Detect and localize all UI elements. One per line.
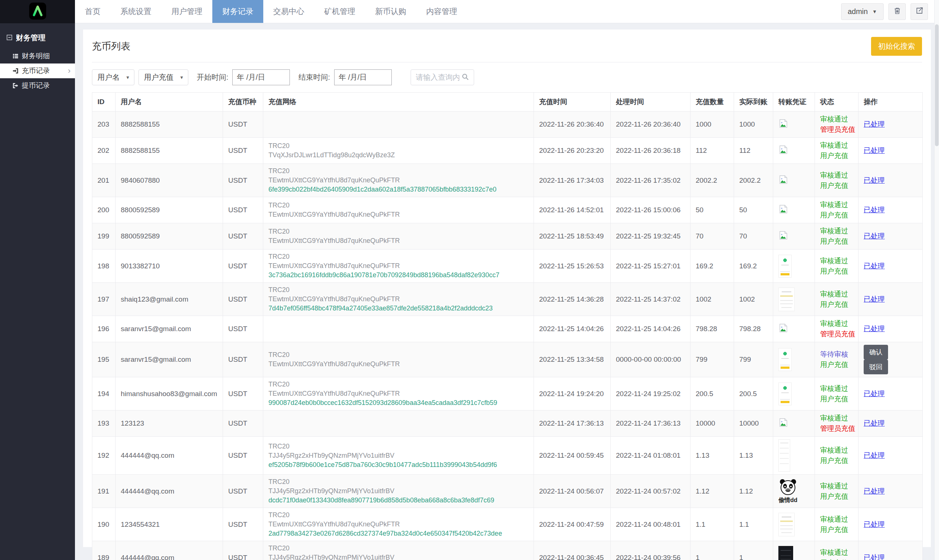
processed-link[interactable]: 已处理 <box>864 206 885 214</box>
cell-coin: USDT <box>223 138 263 164</box>
nav-item-用户管理[interactable]: 用户管理 <box>162 0 212 23</box>
source-text: 用户充值 <box>820 236 853 246</box>
processed-link[interactable]: 已处理 <box>864 419 885 427</box>
nav-item-内容管理[interactable]: 内容管理 <box>416 0 467 23</box>
processed-link[interactable]: 已处理 <box>864 146 885 154</box>
voucher-thumbnail[interactable] <box>778 546 793 560</box>
cell-actual: 1000 <box>734 111 773 138</box>
logo-area[interactable] <box>0 0 75 23</box>
nav-item-财务记录[interactable]: 财务记录 <box>212 0 263 23</box>
cell-status: 审核通过管理员充值 <box>815 111 859 138</box>
cell-coin: USDT <box>223 164 263 197</box>
cell-action: 已处理 <box>859 249 923 283</box>
cell-actual: 70 <box>734 223 773 249</box>
broken-image-icon[interactable] <box>778 175 788 185</box>
broken-image-icon[interactable] <box>778 230 788 240</box>
source-text: 用户充值 <box>820 151 853 161</box>
cell-action: 已处理 <box>859 197 923 223</box>
search-field-select[interactable]: 用户名 ▼ <box>92 69 134 85</box>
sidebar-item-提币记录[interactable]: 提币记录 <box>0 78 75 93</box>
cell-deposit-time: 2022-11-24 00:59:45 <box>534 437 611 475</box>
cell-voucher <box>773 411 815 437</box>
voucher-thumbnail[interactable] <box>778 382 792 405</box>
nav-item-交易中心[interactable]: 交易中心 <box>263 0 314 23</box>
table-row: 2028882588155USDTTRC20TVqXJsrDJLwr1LdTTi… <box>92 138 923 164</box>
sidebar-item-充币记录[interactable]: 充币记录› <box>0 63 75 78</box>
network-type: TRC20 <box>268 201 528 210</box>
voucher-thumbnail[interactable] <box>778 348 792 371</box>
cell-voucher <box>773 541 815 560</box>
broken-image-icon[interactable] <box>778 145 788 155</box>
source-text: 用户充值 <box>820 299 853 310</box>
cell-username: 8800592589 <box>115 223 223 249</box>
processed-link[interactable]: 已处理 <box>864 177 885 184</box>
voucher-thumbnail[interactable] <box>778 439 790 472</box>
broken-image-icon[interactable] <box>778 118 788 128</box>
app-logo-icon <box>29 3 46 21</box>
cell-deposit-time: 2022-11-24 17:36:13 <box>534 411 611 437</box>
search-box <box>411 69 474 85</box>
voucher-thumbnail[interactable] <box>778 288 794 311</box>
sidebar-item-财务明细[interactable]: 财务明细 <box>0 49 75 63</box>
tx-hash-link[interactable]: 7d4b7ef056ff548bc478f94a27405e33ae857dfe… <box>268 304 528 313</box>
tx-hash-link[interactable]: dcdc71f0dae0f133430d8fea8907719b6d858d5b… <box>268 496 528 505</box>
user-menu-label: admin <box>848 8 868 16</box>
ledger-icon <box>12 53 18 59</box>
page-title: 充币列表 <box>92 40 130 53</box>
search-input[interactable] <box>416 73 459 82</box>
processed-link[interactable]: 已处理 <box>864 232 885 240</box>
processed-link[interactable]: 已处理 <box>864 120 885 128</box>
broken-image-icon[interactable] <box>778 417 788 428</box>
cell-process-time: 2022-11-25 15:27:01 <box>611 249 691 283</box>
cell-username: 8882588155 <box>115 111 223 138</box>
processed-link[interactable]: 已处理 <box>864 325 885 332</box>
withdraw-icon <box>12 83 18 89</box>
processed-link[interactable]: 已处理 <box>864 390 885 398</box>
cell-voucher <box>773 249 815 283</box>
voucher-thumbnail[interactable] <box>778 513 794 536</box>
start-date-input[interactable] <box>232 69 290 85</box>
processed-link[interactable]: 已处理 <box>864 487 885 495</box>
column-header: 转账凭证 <box>773 93 815 111</box>
reject-button[interactable]: 驳回 <box>864 360 888 374</box>
deposit-address: TEwtmUXttCG9YaYtfhU8d7quKneQuPkFTR <box>268 520 528 529</box>
voucher-thumbnail[interactable]: 偷情dd <box>778 479 797 503</box>
cell-actual: 1002 <box>734 283 773 316</box>
tx-hash-link[interactable]: 2ad7798a34273e0267d6286cd327374e97ba324d… <box>268 529 528 538</box>
page-scrollbar <box>934 0 939 560</box>
clear-cache-button[interactable] <box>888 3 906 20</box>
voucher-thumbnail[interactable] <box>778 255 792 278</box>
cell-network <box>263 111 534 138</box>
broken-image-icon[interactable] <box>778 204 788 214</box>
tx-hash-link[interactable]: 990087d24eb0b0bccec1632df5152093d28609ba… <box>268 398 528 408</box>
tx-hash-link[interactable]: 6fe399cb022bf4bd26405909d1c2daa602a18f5a… <box>268 185 528 194</box>
network-type: TRC20 <box>268 544 528 553</box>
user-menu-button[interactable]: admin ▼ <box>841 3 884 20</box>
search-icon[interactable] <box>462 73 469 82</box>
deposit-type-select[interactable]: 用户充值 ▼ <box>139 69 188 85</box>
scrollbar-thumb[interactable] <box>935 25 939 146</box>
cell-id: 195 <box>92 342 115 377</box>
nav-item-新币认购[interactable]: 新币认购 <box>365 0 416 23</box>
processed-link[interactable]: 已处理 <box>864 520 885 528</box>
confirm-button[interactable]: 确认 <box>864 345 888 360</box>
logout-button[interactable] <box>911 3 928 20</box>
processed-link[interactable]: 已处理 <box>864 554 885 560</box>
processed-link[interactable]: 已处理 <box>864 262 885 270</box>
column-header: 充值数量 <box>691 93 734 111</box>
nav-item-首页[interactable]: 首页 <box>75 0 111 23</box>
tx-hash-link[interactable]: ef5205b78f9b600e1ce75d87ba760c30c9b10477… <box>268 460 528 469</box>
broken-image-icon[interactable] <box>778 323 788 333</box>
sidebar-section-finance[interactable]: 财务管理 <box>0 23 75 49</box>
processed-link[interactable]: 已处理 <box>864 451 885 459</box>
nav-item-矿机管理[interactable]: 矿机管理 <box>314 0 365 23</box>
source-text: 管理员充值 <box>820 329 853 339</box>
network-type: TRC20 <box>268 285 528 295</box>
reset-search-button[interactable]: 初始化搜索 <box>871 37 922 56</box>
processed-link[interactable]: 已处理 <box>864 295 885 303</box>
table-row: 1998800592589USDTTRC20TEwtmUXttCG9YaYtfh… <box>92 223 923 249</box>
table-row: 193123123USDT2022-11-24 17:36:132022-11-… <box>92 411 923 437</box>
nav-item-系统设置[interactable]: 系统设置 <box>111 0 162 23</box>
tx-hash-link[interactable]: 3c736a2bc16916fddb9c86a190781e70b7092849… <box>268 271 528 280</box>
end-date-input[interactable] <box>334 69 392 85</box>
